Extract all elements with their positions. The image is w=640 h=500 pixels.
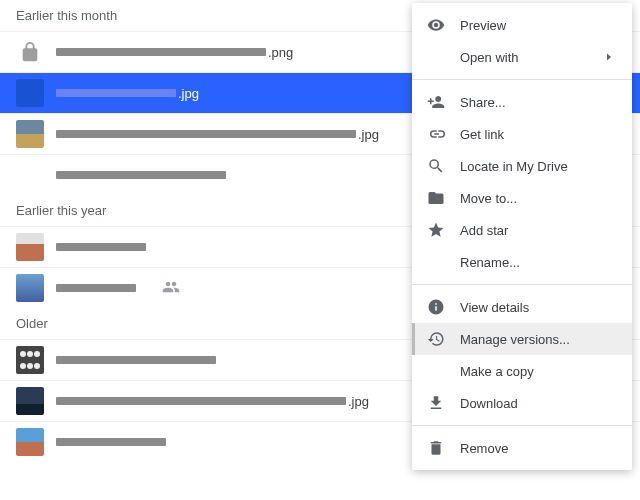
star-icon: [426, 220, 446, 240]
folder-icon: [426, 188, 446, 208]
menu-make-copy[interactable]: Make a copy: [412, 355, 632, 387]
menu-label: Open with: [460, 50, 588, 65]
menu-separator: [412, 425, 632, 426]
menu-download[interactable]: Download: [412, 387, 632, 419]
thumbnail-icon: [16, 274, 44, 302]
file-name: .jpg: [56, 86, 199, 101]
menu-label: Make a copy: [460, 364, 616, 379]
file-name: [56, 243, 148, 251]
blank-icon: [426, 252, 446, 272]
menu-move-to[interactable]: Move to...: [412, 182, 632, 214]
file-name: .jpg: [56, 394, 369, 409]
menu-share[interactable]: Share...: [412, 86, 632, 118]
menu-add-star[interactable]: Add star: [412, 214, 632, 246]
menu-label: Download: [460, 396, 616, 411]
file-name: [56, 284, 138, 292]
thumbnail-icon: [16, 120, 44, 148]
menu-label: Add star: [460, 223, 616, 238]
download-icon: [426, 393, 446, 413]
info-icon: [426, 297, 446, 317]
menu-label: Share...: [460, 95, 616, 110]
chevron-right-icon: [602, 51, 616, 63]
history-icon: [426, 329, 446, 349]
blank-icon: [426, 47, 446, 67]
trash-icon: [426, 438, 446, 458]
context-menu: Preview Open with Share... Get link Loca…: [412, 3, 632, 470]
menu-get-link[interactable]: Get link: [412, 118, 632, 150]
menu-label: Manage versions...: [460, 332, 616, 347]
file-name: .jpg: [56, 127, 379, 142]
menu-label: Get link: [460, 127, 616, 142]
menu-label: Locate in My Drive: [460, 159, 616, 174]
menu-separator: [412, 79, 632, 80]
menu-manage-versions[interactable]: Manage versions...: [412, 323, 632, 355]
link-icon: [426, 124, 446, 144]
file-name: [56, 356, 218, 364]
menu-label: Move to...: [460, 191, 616, 206]
thumbnail-icon: [16, 161, 44, 189]
thumbnail-icon: [16, 387, 44, 415]
menu-preview[interactable]: Preview: [412, 9, 632, 41]
thumbnail-icon: [16, 346, 44, 374]
eye-icon: [426, 15, 446, 35]
blank-icon: [426, 361, 446, 381]
file-name: [56, 438, 168, 446]
thumbnail-icon: [16, 233, 44, 261]
menu-remove[interactable]: Remove: [412, 432, 632, 464]
lock-icon: [16, 38, 44, 66]
menu-separator: [412, 284, 632, 285]
menu-label: Preview: [460, 18, 616, 33]
menu-label: Rename...: [460, 255, 616, 270]
search-icon: [426, 156, 446, 176]
shared-icon: [162, 278, 180, 299]
thumbnail-icon: [16, 428, 44, 456]
menu-open-with[interactable]: Open with: [412, 41, 632, 73]
person-add-icon: [426, 92, 446, 112]
menu-label: Remove: [460, 441, 616, 456]
thumbnail-icon: [16, 79, 44, 107]
file-name: .png: [56, 45, 293, 60]
menu-locate[interactable]: Locate in My Drive: [412, 150, 632, 182]
menu-view-details[interactable]: View details: [412, 291, 632, 323]
menu-label: View details: [460, 300, 616, 315]
file-name: [56, 171, 228, 179]
menu-rename[interactable]: Rename...: [412, 246, 632, 278]
